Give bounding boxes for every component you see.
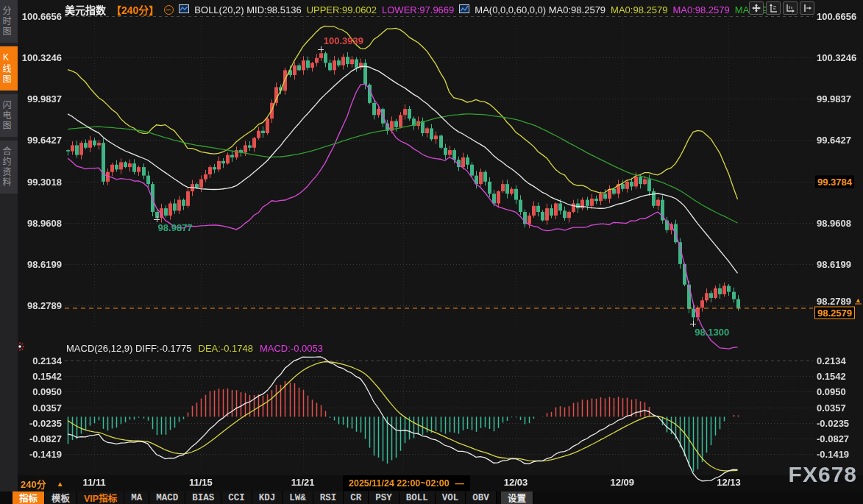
sidebar-item-lightning-chart[interactable]: 闪电图 <box>0 94 18 137</box>
y-axis-label-left: 99.3018 <box>19 176 62 187</box>
toolbar-button-lw[interactable]: LW& <box>283 491 313 504</box>
macd-axis-label-left: 0.2134 <box>19 355 62 366</box>
macd-axis-label-left: 0.1542 <box>19 371 62 382</box>
macd-axis-label-left: -0.0235 <box>19 417 62 428</box>
macd-axis-label-right: -0.0235 <box>817 417 849 428</box>
price-up-arrow-icon: ▲ <box>855 297 862 305</box>
sidebar-item-minute-chart[interactable]: 分时图 <box>0 0 18 43</box>
sidebar-item-contract-info[interactable]: 合约资料 <box>0 141 18 194</box>
y-axis-label-left: 98.6199 <box>19 258 62 269</box>
period-dropdown-arrow-icon: ▲ <box>57 480 64 488</box>
boll-lower-value: LOWER:97.9669 <box>382 4 454 15</box>
price-annotation: 100.3939 <box>324 35 363 46</box>
macd-dea-value: DEA:-0.1748 <box>199 343 253 354</box>
period-title: 【240分】 <box>111 2 159 17</box>
ma-indicator-icon <box>459 4 469 15</box>
macd-axis-label-left: 0.0357 <box>19 402 62 413</box>
ma0-magenta-value: MA0:98.2579 <box>672 4 729 15</box>
toolbar-button-psy[interactable]: PSY <box>369 491 399 504</box>
last-price-tag: 98.2579 <box>814 307 855 319</box>
x-axis-tick-label: 12/09 <box>610 477 634 488</box>
toolbar-button-rsi[interactable]: RSI <box>313 491 344 504</box>
x-axis-tick-label: 12/13 <box>717 477 741 488</box>
chart-canvas[interactable] <box>0 0 863 504</box>
toolbar-button-settings[interactable]: 设置 <box>501 491 533 504</box>
y-axis-label-right: 99.9837 <box>817 93 851 104</box>
sidebar-item-kline-chart[interactable]: K线图 <box>0 46 18 90</box>
y-axis-label-right: 100.3246 <box>817 52 856 63</box>
indicator-toolbar: 指标模板VIP指标MAMACDBIASCCIKDJLW&RSICRPSYBOLL… <box>0 491 863 504</box>
collapse-icon[interactable] <box>164 5 174 15</box>
toolbar-button-obv[interactable]: OBV <box>466 491 497 504</box>
macd-axis-label-right: 0.0357 <box>817 402 846 413</box>
price-annotation: 98.1300 <box>695 327 729 338</box>
x-axis-tick-label: 12/03 <box>504 477 528 488</box>
macd-value: MACD:-0.0053 <box>260 343 323 354</box>
toolbar-button-vol[interactable]: VOL <box>436 491 466 504</box>
chart-type-sidebar: 分时图K线图闪电图合约资料 <box>0 0 18 491</box>
y-axis-label-right: 98.6199 <box>817 258 851 269</box>
ma0-yellow-value: MA0:98.2579 <box>611 4 667 15</box>
x-axis-row: 240分 ▲ 2025/11/24 22:00~02:00 — 11/1111/… <box>18 475 863 491</box>
ma-label: MA(0,0,0,60,0,0) MA0:98.2579 <box>475 4 605 15</box>
toolbar-button-macd[interactable]: MACD <box>149 491 185 504</box>
upper-band-price-tag: 99.3784 <box>815 175 854 188</box>
y-axis-label-right: 99.6427 <box>817 135 851 146</box>
toolbar-button-templates[interactable]: 模板 <box>45 491 77 504</box>
trading-app: 分时图K线图闪电图合约资料 美元指数 【240分】 BOLL(20,2) MID… <box>0 0 863 504</box>
x-axis-tick-label: 11/11 <box>83 477 106 488</box>
toolbar-button-bias[interactable]: BIAS <box>185 491 221 504</box>
macd-axis-label-left: 0.0950 <box>19 386 62 397</box>
y-axis-label-left: 98.9608 <box>19 217 62 228</box>
toolbar-button-kdj[interactable]: KDJ <box>252 491 283 504</box>
indicator-header: 美元指数 【240分】 BOLL(20,2) MID:98.5136 UPPER… <box>65 2 768 17</box>
y-axis-label-left: 100.6656 <box>19 11 62 22</box>
boll-indicator-icon <box>179 4 189 15</box>
y-axis-label-left: 99.6427 <box>19 135 62 146</box>
y-axis-label-right: 98.9608 <box>817 217 851 228</box>
x-axis-tick-label: 11/21 <box>291 477 315 488</box>
macd-axis-label-right: -0.0827 <box>817 433 849 444</box>
pane-toggle-icon[interactable] <box>800 1 814 15</box>
watermark: FX678 <box>789 462 857 487</box>
macd-axis-label-right: 0.1542 <box>817 371 846 382</box>
chart-toolbar-icons <box>749 1 814 15</box>
y-axis-label-left: 98.2789 <box>19 299 62 310</box>
macd-axis-label-right: 0.2134 <box>817 355 846 366</box>
toolbar-button-cci[interactable]: CCI <box>221 491 252 504</box>
toolbar-button-vip-indicators[interactable]: VIP指标 <box>77 491 124 504</box>
last-gridline-label: 98.2789 ▲ <box>817 295 862 306</box>
price-annotation: 98.9877 <box>158 222 193 233</box>
toolbar-button-ma[interactable]: MA <box>124 491 149 504</box>
zoom-y-axis-icon[interactable] <box>766 1 781 15</box>
macd-axis-label-right: -0.1419 <box>817 449 849 460</box>
y-axis-label-right: 100.6656 <box>817 11 856 22</box>
x-axis-tick-label: 11/15 <box>189 477 213 488</box>
pan-icon[interactable] <box>749 1 764 15</box>
boll-label: BOLL(20,2) MID:98.5136 <box>194 4 301 15</box>
boll-upper-value: UPPER:99.0602 <box>307 4 377 15</box>
toolbar-button-cr[interactable]: CR <box>344 491 369 504</box>
toolbar-button-indicators[interactable]: 指标 <box>13 491 45 504</box>
crosshair-dash-icon: — <box>455 478 465 489</box>
zoom-x-axis-icon[interactable] <box>783 1 798 15</box>
toolbar-button-boll[interactable]: BOLL <box>399 491 436 504</box>
period-selector[interactable]: 240分 ▲ <box>21 477 64 491</box>
macd-axis-label-right: 0.0950 <box>817 386 846 397</box>
macd-axis-label-left: -0.0827 <box>19 433 62 444</box>
y-axis-label-left: 100.3246 <box>19 52 62 63</box>
macd-axis-label-left: -0.1419 <box>19 449 62 460</box>
macd-label: MACD(26,12,9) DIFF:-0.1775 <box>66 343 192 354</box>
symbol-title: 美元指数 <box>65 2 106 17</box>
y-axis-label-left: 99.9837 <box>19 93 62 104</box>
selected-candle-time-label: 2025/11/24 22:00~02:00 — <box>343 475 470 491</box>
macd-header: MACD(26,12,9) DIFF:-0.1775 DEA:-0.1748 M… <box>66 343 323 354</box>
